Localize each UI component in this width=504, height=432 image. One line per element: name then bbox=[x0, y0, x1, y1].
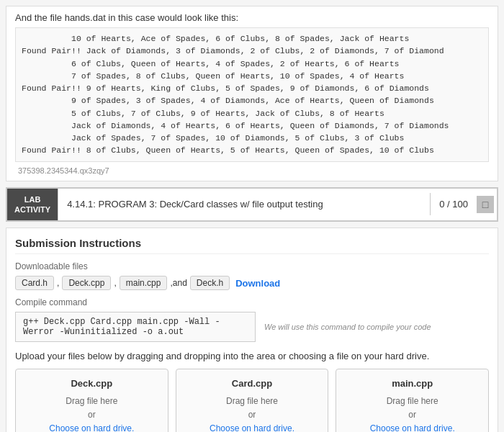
upload-instructions: Upload your files below by dragging and … bbox=[15, 351, 489, 361]
submission-title: Submission Instructions bbox=[15, 237, 489, 254]
compile-label: Compile command bbox=[15, 297, 489, 307]
lab-bar: LAB ACTIVITY 4.14.1: PROGRAM 3: Deck/Car… bbox=[6, 187, 498, 222]
separator-1: , bbox=[55, 278, 60, 288]
code-block: 10 of Hearts, Ace of Spades, 6 of Clubs,… bbox=[15, 27, 489, 162]
upload-zones: Deck.cpp Drag file hereor Choose on hard… bbox=[15, 369, 489, 432]
drop-zone-filename-1: Card.cpp bbox=[182, 378, 323, 389]
drop-zone-filename-2: main.cpp bbox=[342, 378, 482, 389]
code-section: And the file hands.dat in this case woul… bbox=[6, 6, 498, 181]
download-button[interactable]: Download bbox=[231, 276, 284, 290]
lab-expand-button[interactable]: □ bbox=[477, 196, 494, 213]
drop-zone-text-2: Drag file hereor Choose on hard drive. bbox=[342, 395, 482, 432]
drop-zone-text-1: Drag file hereor Choose on hard drive. bbox=[182, 395, 323, 432]
choose-file-link-2[interactable]: Choose on hard drive. bbox=[370, 423, 455, 432]
drop-zone-text-0: Drag file hereor Choose on hard drive. bbox=[22, 395, 162, 432]
compile-row: g++ Deck.cpp Card.cpp main.cpp -Wall -We… bbox=[15, 312, 489, 342]
submission-section: Submission Instructions Downloadable fil… bbox=[6, 228, 498, 432]
drop-zone-filename-0: Deck.cpp bbox=[22, 378, 162, 389]
file-tag-main-cpp: main.cpp bbox=[120, 276, 168, 290]
downloadable-label: Downloadable files bbox=[15, 261, 489, 271]
code-intro: And the file hands.dat in this case woul… bbox=[15, 12, 489, 23]
drop-zone-main-cpp[interactable]: main.cpp Drag file hereor Choose on hard… bbox=[336, 369, 489, 432]
choose-file-link-1[interactable]: Choose on hard drive. bbox=[210, 423, 294, 432]
file-id: 375398.2345344.qx3zqy7 bbox=[15, 166, 489, 175]
file-tag-deck-cpp: Deck.cpp bbox=[62, 276, 111, 290]
lab-score: 0 / 100 bbox=[430, 193, 477, 215]
file-tag-deck-h: Deck.h bbox=[190, 276, 230, 290]
drop-zone-deck-cpp[interactable]: Deck.cpp Drag file hereor Choose on hard… bbox=[15, 369, 168, 432]
compile-note: We will use this command to compile your… bbox=[264, 323, 489, 331]
lab-label-line2: ACTIVITY bbox=[14, 204, 50, 215]
drop-zone-card-cpp[interactable]: Card.cpp Drag file hereor Choose on hard… bbox=[176, 369, 329, 432]
choose-file-link-0[interactable]: Choose on hard drive. bbox=[49, 423, 134, 432]
expand-icon: □ bbox=[482, 199, 488, 210]
files-row: Card.h , Deck.cpp , main.cpp ,and Deck.h… bbox=[15, 276, 489, 290]
lab-label: LAB ACTIVITY bbox=[7, 189, 58, 221]
separator-2: , bbox=[112, 278, 117, 288]
file-tag-card-h: Card.h bbox=[15, 276, 54, 290]
lab-title: 4.14.1: PROGRAM 3: Deck/Card classes w/ … bbox=[58, 193, 430, 215]
compile-command: g++ Deck.cpp Card.cpp main.cpp -Wall -We… bbox=[15, 312, 256, 342]
separator-3: ,and bbox=[168, 278, 188, 288]
lab-label-line1: LAB bbox=[14, 194, 50, 204]
